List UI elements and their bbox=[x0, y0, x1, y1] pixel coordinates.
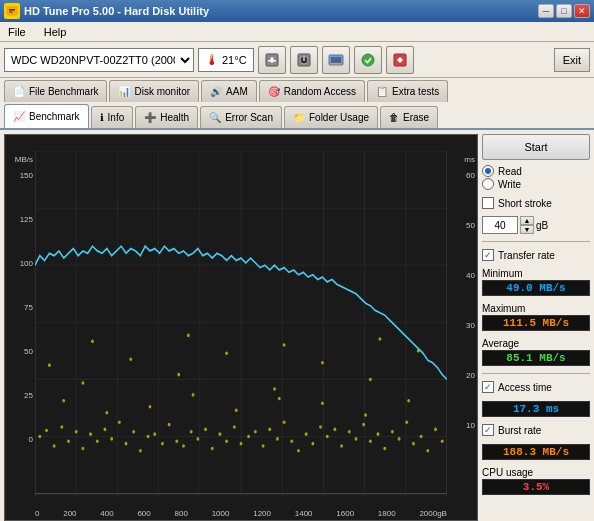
y-label-100: 100 bbox=[5, 259, 33, 268]
tab-random-access[interactable]: 🎯 Random Access bbox=[259, 80, 365, 102]
window-title: HD Tune Pro 5.00 - Hard Disk Utility bbox=[24, 5, 209, 17]
svg-point-45 bbox=[125, 442, 128, 446]
exit-button[interactable]: Exit bbox=[554, 48, 590, 72]
short-stroke-checkbox[interactable] bbox=[482, 197, 494, 209]
svg-point-64 bbox=[262, 444, 265, 448]
svg-rect-8 bbox=[303, 56, 305, 61]
tab-aam[interactable]: 🔊 AAM bbox=[201, 80, 257, 102]
tab-row-2: 📈 Benchmark ℹ Info ➕ Health 🔍 Error Scan… bbox=[0, 102, 594, 128]
menu-file[interactable]: File bbox=[4, 24, 30, 40]
transfer-rate-checkbox[interactable] bbox=[482, 249, 494, 261]
svg-point-42 bbox=[104, 428, 107, 432]
radio-write-dot[interactable] bbox=[482, 178, 494, 190]
radio-write[interactable]: Write bbox=[482, 178, 590, 190]
svg-point-94 bbox=[235, 409, 238, 413]
access-time-block: 17.3 ms bbox=[482, 400, 590, 417]
x-label-0: 0 bbox=[35, 509, 39, 518]
disk-monitor-icon: 📊 bbox=[118, 86, 130, 97]
tab-folder-usage-label: Folder Usage bbox=[309, 112, 369, 123]
temperature-value: 21°C bbox=[222, 54, 247, 66]
tab-disk-monitor[interactable]: 📊 Disk monitor bbox=[109, 80, 199, 102]
close-button[interactable]: ✕ bbox=[574, 4, 590, 18]
svg-rect-2 bbox=[9, 12, 13, 13]
svg-point-90 bbox=[62, 399, 65, 403]
access-time-label: Access time bbox=[498, 382, 552, 393]
svg-point-77 bbox=[355, 437, 358, 441]
svg-point-98 bbox=[407, 399, 410, 403]
tab-health[interactable]: ➕ Health bbox=[135, 106, 198, 128]
svg-point-47 bbox=[139, 449, 142, 453]
x-label-600: 600 bbox=[137, 509, 150, 518]
svg-point-80 bbox=[377, 432, 380, 436]
menu-help[interactable]: Help bbox=[40, 24, 71, 40]
gb-input[interactable] bbox=[482, 216, 518, 234]
tab-extra-tests[interactable]: 📋 Extra tests bbox=[367, 80, 448, 102]
divider-1 bbox=[482, 241, 590, 242]
app-icon bbox=[4, 3, 20, 19]
menu-bar: File Help bbox=[0, 22, 594, 42]
minimize-button[interactable]: ─ bbox=[538, 4, 554, 18]
svg-point-33 bbox=[38, 435, 41, 439]
tab-error-scan-label: Error Scan bbox=[225, 112, 273, 123]
svg-point-40 bbox=[89, 432, 92, 436]
file-benchmark-icon: 📄 bbox=[13, 86, 25, 97]
x-label-1000: 1000 bbox=[212, 509, 230, 518]
tab-benchmark[interactable]: 📈 Benchmark bbox=[4, 104, 89, 128]
svg-point-35 bbox=[53, 444, 56, 448]
burst-rate-row: Burst rate bbox=[482, 424, 590, 436]
spin-up[interactable]: ▲ bbox=[520, 216, 534, 225]
maximize-button[interactable]: □ bbox=[556, 4, 572, 18]
toolbar-btn-5[interactable] bbox=[386, 46, 414, 74]
svg-point-39 bbox=[81, 447, 84, 451]
tab-file-benchmark[interactable]: 📄 File Benchmark bbox=[4, 80, 107, 102]
average-value: 85.1 MB/s bbox=[482, 350, 590, 366]
tab-row-1: 📄 File Benchmark 📊 Disk monitor 🔊 AAM 🎯 … bbox=[0, 78, 594, 102]
toolbar-btn-2[interactable] bbox=[290, 46, 318, 74]
y-label-50: 50 bbox=[5, 347, 33, 356]
toolbar-btn-3[interactable] bbox=[322, 46, 350, 74]
svg-point-85 bbox=[412, 442, 415, 446]
title-bar-left: HD Tune Pro 5.00 - Hard Disk Utility bbox=[4, 3, 209, 19]
svg-point-93 bbox=[192, 393, 195, 397]
access-time-checkbox[interactable] bbox=[482, 381, 494, 393]
svg-point-107 bbox=[417, 349, 420, 353]
radio-read-dot[interactable] bbox=[482, 165, 494, 177]
svg-point-53 bbox=[182, 444, 185, 448]
svg-point-51 bbox=[168, 423, 171, 427]
tab-folder-usage[interactable]: 📁 Folder Usage bbox=[284, 106, 378, 128]
y-label-125: 125 bbox=[5, 215, 33, 224]
toolbar-btn-1[interactable] bbox=[258, 46, 286, 74]
tab-error-scan[interactable]: 🔍 Error Scan bbox=[200, 106, 282, 128]
y-right-50: 50 bbox=[466, 221, 475, 230]
toolbar-btn-4[interactable] bbox=[354, 46, 382, 74]
svg-point-76 bbox=[348, 430, 351, 434]
radio-read[interactable]: Read bbox=[482, 165, 590, 177]
x-label-400: 400 bbox=[100, 509, 113, 518]
tab-info[interactable]: ℹ Info bbox=[91, 106, 134, 128]
tab-erase[interactable]: 🗑 Erase bbox=[380, 106, 438, 128]
tab-container: 📄 File Benchmark 📊 Disk monitor 🔊 AAM 🎯 … bbox=[0, 78, 594, 130]
start-button[interactable]: Start bbox=[482, 134, 590, 160]
svg-point-34 bbox=[45, 429, 48, 433]
right-panel: Start Read Write Short stroke ▲ ▼ gB bbox=[482, 134, 590, 521]
svg-point-101 bbox=[273, 387, 276, 391]
svg-point-62 bbox=[247, 435, 250, 439]
spin-down[interactable]: ▼ bbox=[520, 225, 534, 234]
cpu-value: 3.5% bbox=[482, 479, 590, 495]
short-stroke-label: Short stroke bbox=[498, 198, 552, 209]
y-right-unit: ms bbox=[464, 155, 475, 164]
svg-point-84 bbox=[405, 420, 408, 424]
drive-selector[interactable]: WDC WD20NPVT-00Z2TT0 (2000 gB) bbox=[4, 48, 194, 72]
title-bar: HD Tune Pro 5.00 - Hard Disk Utility ─ □… bbox=[0, 0, 594, 22]
svg-point-87 bbox=[426, 449, 429, 453]
folder-usage-icon: 📁 bbox=[293, 112, 305, 123]
benchmark-chart bbox=[35, 151, 447, 496]
aam-icon: 🔊 bbox=[210, 86, 222, 97]
cpu-label: CPU usage bbox=[482, 467, 590, 478]
thermometer-icon: 🌡 bbox=[205, 52, 219, 68]
svg-point-109 bbox=[187, 334, 190, 338]
svg-point-68 bbox=[290, 439, 293, 443]
burst-rate-checkbox[interactable] bbox=[482, 424, 494, 436]
minimum-label: Minimum bbox=[482, 268, 590, 279]
svg-point-111 bbox=[378, 337, 381, 341]
